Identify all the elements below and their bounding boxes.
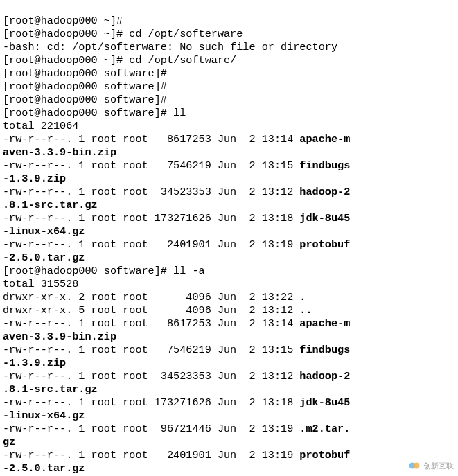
error-line: -bash: cd: /opt/softerware: No such file…	[3, 41, 337, 53]
file-name: apache-m	[299, 317, 350, 330]
file-name: findbugs	[299, 159, 350, 172]
file-name: jdk-8u45	[299, 212, 350, 224]
terminal-output[interactable]: [root@hadoop000 ~]# [root@hadoop000 ~]# …	[0, 0, 458, 476]
file-name-cont: aven-3.3.9-bin.zip	[3, 146, 116, 159]
prompt-line: [root@hadoop000 software]#	[3, 94, 167, 106]
file-meta: drwxr-xr-x. 2 root root 4096 Jun 2 13:22	[3, 291, 299, 303]
file-name-cont: -linux-x64.gz	[3, 225, 85, 238]
watermark-text: 创新互联	[423, 461, 454, 471]
file-name-cont: -linux-x64.gz	[3, 409, 85, 422]
file-name: apache-m	[299, 133, 350, 146]
file-name-cont: -1.3.9.zip	[3, 357, 66, 369]
prompt-line: [root@hadoop000 ~]#	[3, 15, 123, 27]
file-name: hadoop-2	[299, 186, 350, 198]
command-line: [root@hadoop000 ~]# cd /opt/software/	[3, 54, 236, 67]
file-meta: -rw-r--r--. 1 root root 173271626 Jun 2 …	[3, 212, 299, 224]
dir-entry: drwxr-xr-x. 2 root root 4096 Jun 2 13:22…	[3, 291, 306, 303]
file-meta: -rw-r--r--. 1 root root 2401901 Jun 2 13…	[3, 238, 299, 251]
watermark-logo-icon	[408, 459, 421, 472]
dir-name: .	[299, 291, 306, 303]
file-entry: -rw-r--r--. 1 root root 2401901 Jun 2 13…	[3, 449, 350, 461]
total-line: total 315528	[3, 278, 78, 290]
watermark: 创新互联	[408, 459, 454, 472]
file-meta: -rw-r--r--. 1 root root 34523353 Jun 2 1…	[3, 186, 299, 198]
file-entry: -rw-r--r--. 1 root root 7546219 Jun 2 13…	[3, 159, 350, 172]
file-entry: -rw-r--r--. 1 root root 7546219 Jun 2 13…	[3, 344, 350, 356]
file-name: findbugs	[299, 344, 350, 356]
file-meta: drwxr-xr-x. 5 root root 4096 Jun 2 13:12	[3, 304, 299, 317]
file-entry: -rw-r--r--. 1 root root 8617253 Jun 2 13…	[3, 317, 350, 330]
file-name: jdk-8u45	[299, 396, 350, 409]
file-entry: -rw-r--r--. 1 root root 34523353 Jun 2 1…	[3, 186, 350, 198]
dir-name: ..	[299, 304, 312, 317]
command-line: [root@hadoop000 software]# ll	[3, 107, 186, 119]
file-name-cont: .8.1-src.tar.gz	[3, 383, 98, 396]
file-entry: -rw-r--r--. 1 root root 96721446 Jun 2 1…	[3, 423, 350, 435]
file-name: hadoop-2	[299, 370, 350, 382]
file-name-cont: .8.1-src.tar.gz	[3, 199, 98, 211]
command-line: [root@hadoop000 software]# ll -a	[3, 265, 205, 277]
file-entry: -rw-r--r--. 1 root root 173271626 Jun 2 …	[3, 212, 350, 224]
prompt-line: [root@hadoop000 software]#	[3, 80, 167, 93]
file-name-cont: aven-3.3.9-bin.zip	[3, 330, 116, 343]
file-name: protobuf	[299, 238, 350, 251]
prompt-line: [root@hadoop000 software]#	[3, 67, 167, 80]
file-name: .m2.tar.	[299, 423, 350, 435]
file-name: protobuf	[299, 449, 350, 461]
file-name-cont: -2.5.0.tar.gz	[3, 462, 85, 475]
file-meta: -rw-r--r--. 1 root root 34523353 Jun 2 1…	[3, 370, 299, 382]
file-meta: -rw-r--r--. 1 root root 7546219 Jun 2 13…	[3, 159, 299, 172]
file-entry: -rw-r--r--. 1 root root 2401901 Jun 2 13…	[3, 238, 350, 251]
file-name-cont: -2.5.0.tar.gz	[3, 252, 85, 264]
file-entry: -rw-r--r--. 1 root root 173271626 Jun 2 …	[3, 396, 350, 409]
file-meta: -rw-r--r--. 1 root root 8617253 Jun 2 13…	[3, 133, 299, 146]
file-meta: -rw-r--r--. 1 root root 2401901 Jun 2 13…	[3, 449, 299, 461]
file-meta: -rw-r--r--. 1 root root 96721446 Jun 2 1…	[3, 423, 299, 435]
file-name-cont: gz	[3, 436, 15, 448]
svg-point-1	[414, 463, 420, 469]
file-name-cont: -1.3.9.zip	[3, 173, 66, 185]
file-meta: -rw-r--r--. 1 root root 7546219 Jun 2 13…	[3, 344, 299, 356]
total-line: total 221064	[3, 120, 78, 132]
file-meta: -rw-r--r--. 1 root root 8617253 Jun 2 13…	[3, 317, 299, 330]
file-meta: -rw-r--r--. 1 root root 173271626 Jun 2 …	[3, 396, 299, 409]
file-entry: -rw-r--r--. 1 root root 8617253 Jun 2 13…	[3, 133, 350, 146]
command-line: [root@hadoop000 ~]# cd /opt/softerware	[3, 28, 243, 40]
dir-entry: drwxr-xr-x. 5 root root 4096 Jun 2 13:12…	[3, 304, 312, 317]
file-entry: -rw-r--r--. 1 root root 34523353 Jun 2 1…	[3, 370, 350, 382]
